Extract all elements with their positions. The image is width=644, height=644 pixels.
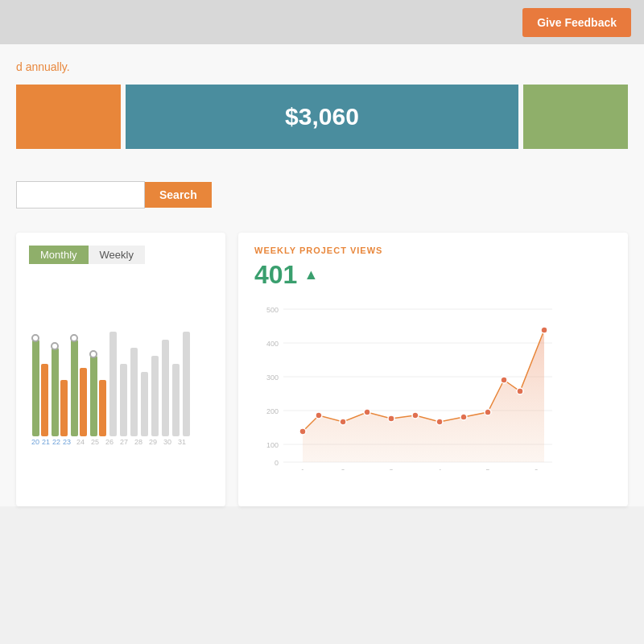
tab-monthly[interactable]: Monthly xyxy=(29,246,89,264)
svg-rect-16 xyxy=(151,356,159,436)
stat-card-green xyxy=(523,85,628,149)
svg-point-11 xyxy=(90,351,97,357)
svg-text:30: 30 xyxy=(163,438,171,444)
svg-text:6: 6 xyxy=(534,468,538,470)
svg-text:28: 28 xyxy=(134,438,142,444)
search-button[interactable]: Search xyxy=(145,182,212,208)
line-chart-card: WEEKLY PROJECT VIEWS 401 ▲ 500 400 300 2… xyxy=(238,233,628,506)
charts-row: Monthly Weekly xyxy=(16,233,628,506)
svg-text:500: 500 xyxy=(266,306,279,314)
svg-text:400: 400 xyxy=(266,340,279,348)
svg-point-55 xyxy=(388,415,394,422)
svg-point-62 xyxy=(541,327,547,333)
svg-point-60 xyxy=(501,377,507,383)
svg-text:4: 4 xyxy=(437,468,441,470)
svg-text:20: 20 xyxy=(31,438,39,444)
svg-point-53 xyxy=(340,419,346,425)
svg-rect-5 xyxy=(60,380,68,436)
svg-rect-0 xyxy=(32,340,39,436)
svg-point-51 xyxy=(299,428,306,435)
svg-rect-12 xyxy=(109,332,117,436)
svg-rect-19 xyxy=(183,332,190,436)
svg-point-61 xyxy=(517,388,523,394)
top-bar: Give Feedback xyxy=(0,0,644,44)
search-section: Search xyxy=(16,168,628,217)
subtitle-text: d annually. xyxy=(16,60,628,73)
svg-text:22: 22 xyxy=(52,438,60,444)
stat-card-teal: $3,060 xyxy=(126,85,518,149)
svg-text:100: 100 xyxy=(266,441,279,449)
svg-text:26: 26 xyxy=(105,438,114,444)
line-chart-svg: 500 400 300 200 100 0 1 2 3 4 5 6 xyxy=(254,301,560,470)
svg-text:25: 25 xyxy=(91,438,99,444)
svg-point-57 xyxy=(436,419,443,425)
svg-text:5: 5 xyxy=(485,468,489,470)
svg-text:27: 27 xyxy=(120,438,128,444)
main-content: d annually. $3,060 Search Monthly Weekly xyxy=(0,44,644,506)
svg-point-52 xyxy=(316,412,322,419)
stats-row: $3,060 xyxy=(16,85,628,149)
svg-rect-17 xyxy=(162,340,169,436)
svg-text:23: 23 xyxy=(63,438,71,444)
trend-up-icon: ▲ xyxy=(303,266,318,283)
svg-text:300: 300 xyxy=(266,374,279,382)
bar-chart-card: Monthly Weekly xyxy=(16,233,225,506)
svg-rect-15 xyxy=(141,372,148,436)
stat-card-orange xyxy=(16,85,121,149)
svg-point-1 xyxy=(32,335,39,341)
give-feedback-button[interactable]: Give Feedback xyxy=(522,8,631,37)
svg-rect-14 xyxy=(130,348,138,436)
svg-text:3: 3 xyxy=(389,468,393,470)
svg-text:200: 200 xyxy=(266,407,279,415)
bar-chart-svg: 20 21 22 23 24 25 26 27 28 29 30 31 xyxy=(29,275,206,444)
svg-point-56 xyxy=(412,412,419,419)
svg-point-54 xyxy=(364,409,370,415)
svg-text:1: 1 xyxy=(300,468,304,470)
svg-rect-8 xyxy=(80,368,87,436)
stat-value-teal: $3,060 xyxy=(285,103,359,130)
svg-text:31: 31 xyxy=(178,438,186,444)
svg-point-59 xyxy=(485,409,491,415)
tab-weekly[interactable]: Weekly xyxy=(89,246,145,264)
svg-rect-9 xyxy=(90,356,97,436)
chart-count-value: 401 xyxy=(254,260,297,290)
chart-tabs: Monthly Weekly xyxy=(29,246,213,264)
svg-text:2: 2 xyxy=(341,468,345,470)
svg-text:29: 29 xyxy=(149,438,157,444)
svg-marker-50 xyxy=(303,330,544,462)
svg-rect-6 xyxy=(71,340,78,436)
svg-rect-2 xyxy=(41,364,48,436)
svg-point-7 xyxy=(71,335,77,341)
svg-rect-13 xyxy=(120,364,127,436)
svg-rect-18 xyxy=(172,364,180,436)
svg-text:21: 21 xyxy=(42,438,50,444)
line-chart-title: WEEKLY PROJECT VIEWS xyxy=(254,246,612,255)
svg-text:24: 24 xyxy=(76,438,85,444)
chart-count-row: 401 ▲ xyxy=(254,260,612,290)
svg-rect-3 xyxy=(52,348,59,436)
svg-point-58 xyxy=(460,414,467,420)
svg-rect-10 xyxy=(99,380,106,436)
svg-point-4 xyxy=(52,343,58,349)
search-input[interactable] xyxy=(16,181,145,208)
svg-text:0: 0 xyxy=(275,459,279,467)
